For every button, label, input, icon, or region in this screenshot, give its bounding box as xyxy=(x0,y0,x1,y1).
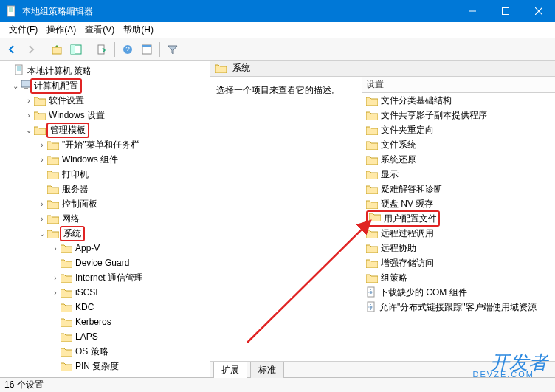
folder-icon xyxy=(47,229,59,238)
list-item-label: 文件系统 xyxy=(381,139,416,151)
chevron-right-icon[interactable]: › xyxy=(24,111,34,120)
description-column: 选择一个项目来查看它的描述。 xyxy=(210,77,362,361)
tree-device-guard[interactable]: Device Guard xyxy=(0,255,210,270)
chevron-down-icon[interactable]: ⌄ xyxy=(24,126,34,134)
help-button[interactable]: ? xyxy=(119,41,137,58)
chevron-right-icon[interactable]: › xyxy=(37,141,47,149)
tree-admin-templates[interactable]: ⌄ 管理模板 xyxy=(0,123,210,137)
window-title: 本地组策略编辑器 xyxy=(22,5,455,18)
watermark-sub: DEVZE.COM xyxy=(473,370,534,379)
tab-extended[interactable]: 扩展 xyxy=(213,362,247,378)
tree-kdc[interactable]: KDC xyxy=(0,300,210,314)
setting-icon xyxy=(366,301,376,313)
list-item[interactable]: 组策略 xyxy=(362,270,555,285)
list-item[interactable]: 文件分类基础结构 xyxy=(362,93,555,108)
setting-icon xyxy=(366,286,376,298)
folder-icon xyxy=(366,185,378,194)
menu-bar: 文件(F) 操作(A) 查看(V) 帮助(H) xyxy=(0,22,555,38)
tree-pin-complexity[interactable]: PIN 复杂度 xyxy=(0,359,210,374)
list-item[interactable]: 远程协助 xyxy=(362,241,555,255)
chevron-right-icon[interactable]: › xyxy=(37,156,47,164)
list-item[interactable]: 增强存储访问 xyxy=(362,255,555,270)
tree-software-settings[interactable]: › 软件设置 xyxy=(0,93,210,108)
menu-action[interactable]: 操作(A) xyxy=(42,22,80,38)
filter-button[interactable] xyxy=(164,41,182,58)
list-item[interactable]: 系统还原 xyxy=(362,152,555,167)
tree-printers[interactable]: 打印机 xyxy=(0,167,210,182)
chevron-right-icon[interactable]: › xyxy=(50,244,61,252)
policy-doc-icon xyxy=(13,64,25,78)
app-icon xyxy=(6,5,18,17)
tree-laps[interactable]: LAPS xyxy=(0,329,210,344)
tree-windows-settings[interactable]: › Windows 设置 xyxy=(0,108,210,123)
export-button[interactable] xyxy=(93,41,111,58)
chevron-down-icon[interactable]: ⌄ xyxy=(10,82,21,90)
menu-view[interactable]: 查看(V) xyxy=(80,22,119,38)
svg-rect-1 xyxy=(502,8,509,15)
minimize-button[interactable] xyxy=(455,0,489,22)
expander-icon xyxy=(50,348,61,356)
tree-iscsi[interactable]: ›iSCSI xyxy=(0,285,210,300)
chevron-right-icon[interactable]: › xyxy=(24,97,34,105)
tree-network[interactable]: › 网络 xyxy=(0,211,210,226)
forward-button[interactable] xyxy=(22,41,40,58)
tree-label: 管理模板 xyxy=(50,125,86,135)
list-item[interactable]: 下载缺少的 COM 组件 xyxy=(362,285,555,300)
tree-kerberos[interactable]: Kerberos xyxy=(0,314,210,329)
status-count: 16 个设置 xyxy=(4,379,44,391)
menu-help[interactable]: 帮助(H) xyxy=(119,22,158,38)
tree-label: KDC xyxy=(75,302,94,312)
folder-icon xyxy=(61,332,72,342)
list-item[interactable]: 文件系统 xyxy=(362,137,555,152)
tree-servers[interactable]: 服务器 xyxy=(0,182,210,196)
menu-file[interactable]: 文件(F) xyxy=(4,22,42,38)
folder-icon xyxy=(61,273,72,283)
tree-panel[interactable]: 本地计算机 策略 ⌄ 计算机配置 › 软件设置 › Windows 设置 ⌄ 管… xyxy=(0,61,210,377)
expander-icon xyxy=(50,362,61,371)
folder-icon xyxy=(61,347,72,357)
close-button[interactable] xyxy=(522,0,555,22)
tree-internet-comm[interactable]: ›Internet 通信管理 xyxy=(0,270,210,285)
tab-standard[interactable]: 标准 xyxy=(250,362,284,378)
tree-computer-config[interactable]: ⌄ 计算机配置 xyxy=(0,78,210,93)
folder-icon xyxy=(61,317,72,327)
tree-label: 服务器 xyxy=(62,183,89,196)
list-item[interactable]: 显示 xyxy=(362,167,555,182)
list-item[interactable]: 疑难解答和诊断 xyxy=(362,182,555,196)
back-button[interactable] xyxy=(3,41,21,58)
chevron-down-icon[interactable]: ⌄ xyxy=(37,230,47,238)
maximize-button[interactable] xyxy=(489,0,522,22)
svg-rect-12 xyxy=(24,88,28,89)
list-item[interactable]: 用户配置文件 xyxy=(362,211,555,226)
chevron-right-icon[interactable]: › xyxy=(50,274,61,282)
chevron-right-icon[interactable]: › xyxy=(37,200,47,208)
chevron-right-icon[interactable]: › xyxy=(50,289,61,297)
tree-appv[interactable]: ›App-V xyxy=(0,241,210,255)
folder-icon xyxy=(366,125,378,135)
list-item[interactable]: 硬盘 NV 缓存 xyxy=(362,196,555,211)
list-item[interactable]: 文件夹重定向 xyxy=(362,123,555,137)
tree-win-components[interactable]: › Windows 组件 xyxy=(0,152,210,167)
list-header-settings[interactable]: 设置 xyxy=(362,77,555,93)
settings-list[interactable]: 设置 文件分类基础结构文件共享影子副本提供程序文件夹重定向文件系统系统还原显示疑… xyxy=(362,77,555,361)
list-item[interactable]: 允许"分布式链接跟踪"客户端使用域资源 xyxy=(362,300,555,314)
properties-button[interactable] xyxy=(138,41,156,58)
show-hide-tree-button[interactable] xyxy=(67,41,85,58)
list-item[interactable]: 文件共享影子副本提供程序 xyxy=(362,108,555,123)
up-button[interactable] xyxy=(48,41,66,58)
tree-system[interactable]: ⌄ 系统 xyxy=(0,226,210,241)
tree-label: 打印机 xyxy=(62,168,89,181)
chevron-right-icon[interactable]: › xyxy=(37,215,47,223)
list-item-label: 显示 xyxy=(381,168,399,181)
tree-root[interactable]: 本地计算机 策略 xyxy=(0,63,210,78)
list-item[interactable]: 远程过程调用 xyxy=(362,226,555,241)
tree-label: Internet 通信管理 xyxy=(75,272,143,284)
tree-label: Device Guard xyxy=(75,258,129,268)
expander-icon xyxy=(50,303,61,312)
folder-icon xyxy=(366,244,378,253)
content-body: 选择一个项目来查看它的描述。 设置 文件分类基础结构文件共享影子副本提供程序文件… xyxy=(210,77,555,361)
tree-control-panel[interactable]: › 控制面板 xyxy=(0,196,210,211)
tree-os-policies[interactable]: OS 策略 xyxy=(0,344,210,359)
tree-label: App-V xyxy=(75,243,100,253)
tree-start-taskbar[interactable]: › "开始"菜单和任务栏 xyxy=(0,137,210,152)
